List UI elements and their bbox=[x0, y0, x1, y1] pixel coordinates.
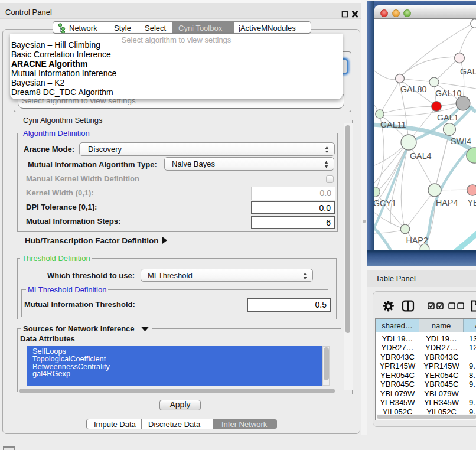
svg-text:GAL10: GAL10 bbox=[435, 89, 462, 98]
svg-text:GAL11: GAL11 bbox=[380, 120, 406, 129]
svg-text:YB: YB bbox=[468, 198, 476, 207]
svg-text:HAP4: HAP4 bbox=[436, 198, 458, 207]
svg-text:GAL80: GAL80 bbox=[400, 84, 427, 94]
svg-text:GAL1: GAL1 bbox=[437, 113, 459, 122]
svg-text:GAL4: GAL4 bbox=[410, 151, 432, 161]
svg-text:GAL2: GAL2 bbox=[460, 67, 476, 76]
svg-text:GCY1: GCY1 bbox=[374, 198, 396, 208]
svg-text:HAP2: HAP2 bbox=[406, 236, 428, 245]
svg-text:SWI4: SWI4 bbox=[451, 136, 471, 146]
